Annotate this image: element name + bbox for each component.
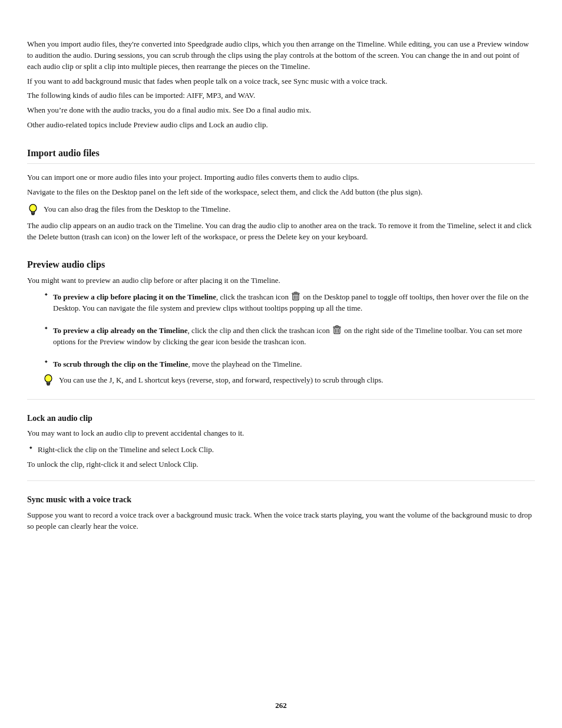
paragraph: You can import one or more audio files i…: [27, 172, 535, 183]
section-heading: Lock an audio clip: [27, 413, 535, 424]
list-item: To scrub through the clip on the Timelin…: [27, 358, 535, 388]
svg-point-16: [45, 375, 52, 383]
svg-point-0: [29, 204, 37, 212]
svg-rect-19: [47, 384, 49, 385]
svg-rect-6: [295, 292, 297, 293]
intro-section: When you import audio files, they're con…: [27, 39, 535, 131]
paragraph: If you want to add background music that…: [27, 76, 535, 87]
sync-section: Sync music with a voice track Suppose yo…: [27, 494, 535, 532]
list-item: To preview a clip before placing it on t…: [27, 291, 535, 314]
paragraph: Other audio-related topics include Previ…: [27, 120, 535, 131]
preview-bullet-list: To preview a clip before placing it on t…: [27, 291, 535, 388]
section-divider: [27, 399, 535, 400]
paragraph: Suppose you want to record a voice track…: [27, 510, 535, 532]
link-text[interactable]: Lock an audio clip: [209, 120, 266, 129]
lock-section: Lock an audio clip You may want to lock …: [27, 413, 535, 470]
paragraph: To unlock the clip, right-click it and s…: [27, 459, 535, 470]
lightbulb-icon: [44, 374, 53, 387]
trashcan-icon: [292, 292, 300, 301]
section-heading: Preview audio clips: [27, 258, 535, 271]
page-content: When you import audio files, they're con…: [27, 39, 535, 532]
tip-block: You can use the J, K, and L shortcut key…: [42, 374, 535, 387]
page-number: 262: [0, 701, 562, 710]
lightbulb-icon: [28, 204, 38, 217]
import-section: Import audio files You can import one or…: [27, 146, 535, 243]
svg-rect-12: [336, 325, 339, 327]
tip-text: You can use the J, K, and L shortcut key…: [59, 374, 535, 386]
link-text[interactable]: Sync music with a voice track: [293, 77, 385, 85]
paragraph: Navigate to the files on the Desktop pan…: [27, 187, 535, 198]
link-text[interactable]: Preview audio clips: [134, 120, 194, 129]
section-divider: [27, 163, 535, 164]
paragraph: You may want to lock an audio clip to pr…: [27, 428, 535, 439]
paragraph: You might want to preview an audio clip …: [27, 275, 535, 286]
section-divider: [27, 480, 535, 481]
document-page: When you import audio files, they're con…: [0, 0, 562, 728]
paragraph: The following kinds of audio files can b…: [27, 90, 535, 101]
link-text[interactable]: Do a final audio mix: [246, 106, 309, 114]
section-heading: Sync music with a voice track: [27, 494, 535, 506]
lock-bullet-list: Right-click the clip on the Timeline and…: [27, 444, 535, 456]
list-item: To preview a clip already on the Timelin…: [27, 325, 535, 348]
section-heading: Import audio files: [27, 146, 535, 160]
preview-section: Preview audio clips You might want to pr…: [27, 258, 535, 387]
tip-block: You can also drag the files from the Des…: [27, 204, 535, 217]
paragraph: When you import audio files, they're con…: [27, 39, 535, 73]
paragraph: The audio clip appears on an audio track…: [27, 220, 535, 243]
tip-text: You can also drag the files from the Des…: [44, 204, 535, 215]
trashcan-icon: [333, 325, 341, 335]
list-item: Right-click the clip on the Timeline and…: [27, 444, 535, 456]
paragraph: When you’re done with the audio tracks, …: [27, 105, 535, 116]
svg-rect-3: [32, 214, 34, 215]
